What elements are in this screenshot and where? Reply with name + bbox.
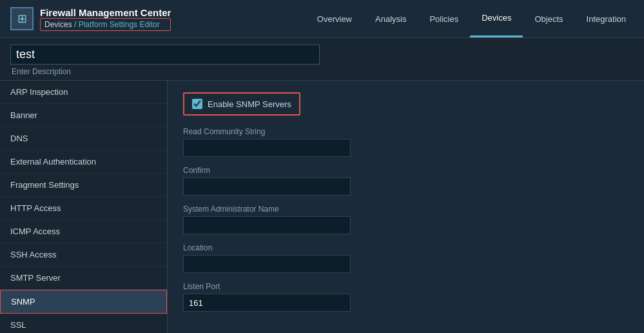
input-read-community[interactable] (183, 139, 351, 157)
nav-item-analysis[interactable]: Analysis (364, 0, 418, 37)
brand-title: Firewall Management Center (40, 7, 171, 18)
breadcrumb-part1: Devices (44, 20, 72, 29)
top-nav: ⊞ Firewall Management Center Devices / P… (0, 0, 644, 38)
input-confirm[interactable] (183, 177, 351, 196)
enable-snmp-checkbox[interactable] (192, 99, 202, 109)
input-listen-port[interactable] (183, 294, 351, 312)
nav-items: Overview Analysis Policies Devices Objec… (181, 0, 644, 37)
input-sys-admin[interactable] (183, 216, 351, 234)
policy-header: Enter Description (0, 38, 644, 81)
main-layout: ARP Inspection Banner DNS External Authe… (0, 81, 644, 333)
enable-snmp-label[interactable]: Enable SNMP Servers (208, 99, 291, 109)
sidebar-item-banner[interactable]: Banner (0, 104, 167, 127)
label-read-community: Read Community String (183, 127, 629, 136)
sidebar-item-smtp[interactable]: SMTP Server (0, 267, 167, 290)
sidebar-item-arp[interactable]: ARP Inspection (0, 81, 167, 104)
label-location: Location (183, 243, 629, 252)
sidebar-item-icmp[interactable]: ICMP Access (0, 220, 167, 243)
nav-item-overview[interactable]: Overview (306, 0, 364, 37)
form-group-listen-port: Listen Port (183, 282, 629, 312)
sidebar-item-ext-auth[interactable]: External Authentication (0, 150, 167, 174)
breadcrumb-part2: Platform Settings Editor (79, 20, 160, 29)
breadcrumb-separator: / (72, 20, 79, 29)
brand: ⊞ Firewall Management Center Devices / P… (0, 7, 181, 31)
form-group-location: Location (183, 243, 629, 273)
brand-logo-icon: ⊞ (10, 7, 34, 30)
sidebar-item-ssl[interactable]: SSL (0, 314, 167, 333)
form-group-sys-admin: System Administrator Name (183, 205, 629, 234)
nav-item-objects[interactable]: Objects (523, 0, 574, 37)
label-listen-port: Listen Port (183, 282, 629, 291)
sidebar-item-ssh[interactable]: SSH Access (0, 243, 167, 267)
sidebar-item-fragment[interactable]: Fragment Settings (0, 174, 167, 197)
breadcrumb: Devices / Platform Settings Editor (40, 18, 171, 31)
nav-item-devices[interactable]: Devices (470, 0, 523, 37)
input-location[interactable] (183, 255, 351, 273)
sidebar: ARP Inspection Banner DNS External Authe… (0, 81, 168, 333)
sidebar-item-dns[interactable]: DNS (0, 127, 167, 150)
sidebar-item-snmp[interactable]: SNMP (0, 290, 167, 314)
nav-item-policies[interactable]: Policies (418, 0, 470, 37)
form-group-read-community: Read Community String (183, 127, 629, 157)
enable-snmp-row: Enable SNMP Servers (183, 92, 300, 116)
policy-description-placeholder: Enter Description (10, 67, 634, 76)
label-confirm: Confirm (183, 166, 629, 175)
main-panel: Enable SNMP Servers Read Community Strin… (168, 81, 644, 333)
content-area: Enter Description ARP Inspection Banner … (0, 38, 644, 333)
brand-info: Firewall Management Center Devices / Pla… (40, 7, 171, 31)
policy-name-input[interactable] (10, 45, 320, 65)
nav-item-integration[interactable]: Integration (575, 0, 638, 37)
label-sys-admin: System Administrator Name (183, 205, 629, 214)
sidebar-item-http[interactable]: HTTP Access (0, 197, 167, 220)
form-group-confirm: Confirm (183, 166, 629, 196)
